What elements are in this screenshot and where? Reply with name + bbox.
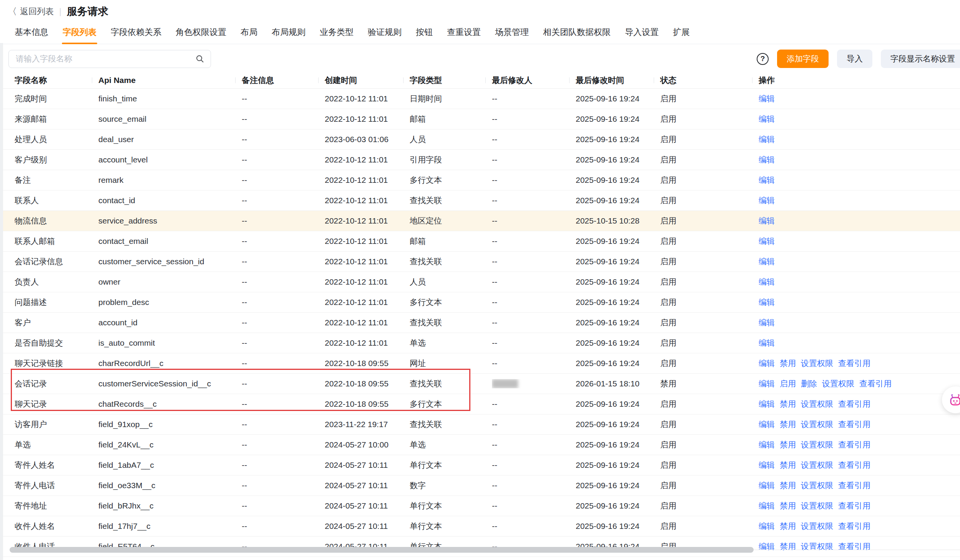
tab-4[interactable]: 布局 (240, 22, 258, 44)
tab-6[interactable]: 业务类型 (319, 22, 354, 44)
table-header: 字段名称Api Name备注信息创建时间字段类型最后修改人最后修改时间状态操作 (0, 72, 960, 89)
tab-11[interactable]: 相关团队数据权限 (542, 22, 611, 44)
created-time-cell: 2024-05-27 10:11 (325, 501, 410, 510)
action-edit-link[interactable]: 编辑 (759, 134, 775, 145)
tab-12[interactable]: 导入设置 (624, 22, 659, 44)
action-edit-link[interactable]: 编辑 (759, 480, 775, 491)
back-to-list-button[interactable]: 〈 返回列表 (8, 6, 54, 17)
action-disable-link[interactable]: 禁用 (780, 460, 796, 471)
field-type-cell: 多行文本 (410, 297, 492, 308)
action-set-permission-link[interactable]: 设置权限 (801, 521, 833, 532)
action-edit-link[interactable]: 编辑 (759, 358, 775, 369)
import-button[interactable]: 导入 (837, 50, 872, 68)
tab-7[interactable]: 验证规则 (367, 22, 402, 44)
action-edit-link[interactable]: 编辑 (759, 500, 775, 511)
action-set-permission-link[interactable]: 设置权限 (801, 358, 833, 369)
action-disable-link[interactable]: 禁用 (780, 500, 796, 511)
tab-5[interactable]: 布局规则 (271, 22, 306, 44)
modifier-cell: -- (492, 481, 576, 490)
action-view-references-link[interactable]: 查看引用 (838, 500, 870, 511)
field-search-box[interactable] (8, 50, 211, 68)
created-time-cell: 2022-10-12 11:01 (325, 298, 410, 307)
action-view-references-link[interactable]: 查看引用 (838, 358, 870, 369)
action-edit-link[interactable]: 编辑 (759, 399, 775, 409)
action-edit-link[interactable]: 编辑 (759, 541, 775, 552)
action-view-references-link[interactable]: 查看引用 (859, 378, 892, 389)
action-view-references-link[interactable]: 查看引用 (838, 439, 870, 450)
action-edit-link[interactable]: 编辑 (759, 317, 775, 328)
action-edit-link[interactable]: 编辑 (759, 419, 775, 430)
action-set-permission-link[interactable]: 设置权限 (801, 480, 833, 491)
header-cell-4: 字段类型 (410, 75, 492, 86)
action-view-references-link[interactable]: 查看引用 (838, 419, 870, 430)
tab-9[interactable]: 查重设置 (446, 22, 482, 44)
action-disable-link[interactable]: 禁用 (780, 521, 796, 532)
action-disable-link[interactable]: 禁用 (780, 541, 796, 552)
action-edit-link[interactable]: 编辑 (759, 378, 775, 389)
action-disable-link[interactable]: 禁用 (780, 399, 796, 409)
tab-1[interactable]: 字段列表 (62, 22, 97, 44)
action-edit-link[interactable]: 编辑 (759, 175, 775, 186)
action-delete-link[interactable]: 删除 (801, 378, 817, 389)
search-icon[interactable] (195, 54, 204, 63)
created-time-cell: 2022-10-12 11:01 (325, 318, 410, 327)
action-disable-link[interactable]: 禁用 (780, 419, 796, 430)
display-name-settings-button[interactable]: 字段显示名称设置 (881, 50, 960, 68)
search-input[interactable] (15, 54, 195, 64)
api-name-cell: field_bRJhx__c (98, 501, 242, 510)
action-disable-link[interactable]: 禁用 (780, 480, 796, 491)
action-set-permission-link[interactable]: 设置权限 (801, 500, 833, 511)
modifier-cell: -- (492, 155, 576, 164)
table-row: 完成时间finish_time--2022-10-12 11:01日期时间--2… (0, 89, 960, 109)
action-view-references-link[interactable]: 查看引用 (838, 521, 870, 532)
action-edit-link[interactable]: 编辑 (759, 297, 775, 308)
action-set-permission-link[interactable]: 设置权限 (801, 419, 833, 430)
action-set-permission-link[interactable]: 设置权限 (801, 399, 833, 409)
action-disable-link[interactable]: 禁用 (780, 439, 796, 450)
action-view-references-link[interactable]: 查看引用 (838, 460, 870, 471)
status-cell: 启用 (660, 317, 759, 328)
action-view-references-link[interactable]: 查看引用 (838, 480, 870, 491)
action-edit-link[interactable]: 编辑 (759, 195, 775, 206)
action-edit-link[interactable]: 编辑 (759, 521, 775, 532)
action-edit-link[interactable]: 编辑 (759, 114, 775, 124)
action-edit-link[interactable]: 编辑 (759, 215, 775, 226)
tab-0[interactable]: 基本信息 (14, 22, 49, 44)
action-edit-link[interactable]: 编辑 (759, 93, 775, 104)
action-edit-link[interactable]: 编辑 (759, 439, 775, 450)
created-time-cell: 2022-10-18 09:55 (325, 359, 410, 368)
action-edit-link[interactable]: 编辑 (759, 154, 775, 165)
actions-cell: 编辑 (759, 154, 960, 165)
status-cell: 启用 (660, 399, 759, 409)
tab-10[interactable]: 场景管理 (494, 22, 530, 44)
add-field-button[interactable]: 添加字段 (777, 50, 829, 68)
tab-8[interactable]: 按钮 (415, 22, 433, 44)
action-set-permission-link[interactable]: 设置权限 (822, 378, 854, 389)
action-edit-link[interactable]: 编辑 (759, 338, 775, 348)
created-time-cell: 2023-06-03 01:06 (325, 135, 410, 144)
status-cell: 启用 (660, 114, 759, 124)
api-name-cell: field_91xop__c (98, 420, 242, 429)
modified-time-cell: 2025-09-16 19:24 (576, 176, 660, 185)
tab-3[interactable]: 角色权限设置 (175, 22, 227, 44)
action-edit-link[interactable]: 编辑 (759, 236, 775, 247)
action-enable-link[interactable]: 启用 (780, 378, 796, 389)
action-edit-link[interactable]: 编辑 (759, 460, 775, 471)
action-set-permission-link[interactable]: 设置权限 (801, 541, 833, 552)
action-view-references-link[interactable]: 查看引用 (838, 541, 870, 552)
created-time-cell: 2022-10-12 11:01 (325, 257, 410, 266)
action-edit-link[interactable]: 编辑 (759, 277, 775, 287)
horizontal-scrollbar[interactable] (10, 547, 754, 553)
tab-13[interactable]: 扩展 (672, 22, 691, 44)
remark-cell: -- (242, 237, 325, 246)
modifier-cell: -- (492, 114, 576, 124)
action-edit-link[interactable]: 编辑 (759, 256, 775, 267)
action-disable-link[interactable]: 禁用 (780, 358, 796, 369)
tab-2[interactable]: 字段依赖关系 (110, 22, 162, 44)
help-icon[interactable]: ? (757, 53, 769, 65)
modifier-cell: -- (492, 440, 576, 449)
actions-cell: 编辑 (759, 93, 960, 104)
action-set-permission-link[interactable]: 设置权限 (801, 439, 833, 450)
action-set-permission-link[interactable]: 设置权限 (801, 460, 833, 471)
action-view-references-link[interactable]: 查看引用 (838, 399, 870, 409)
